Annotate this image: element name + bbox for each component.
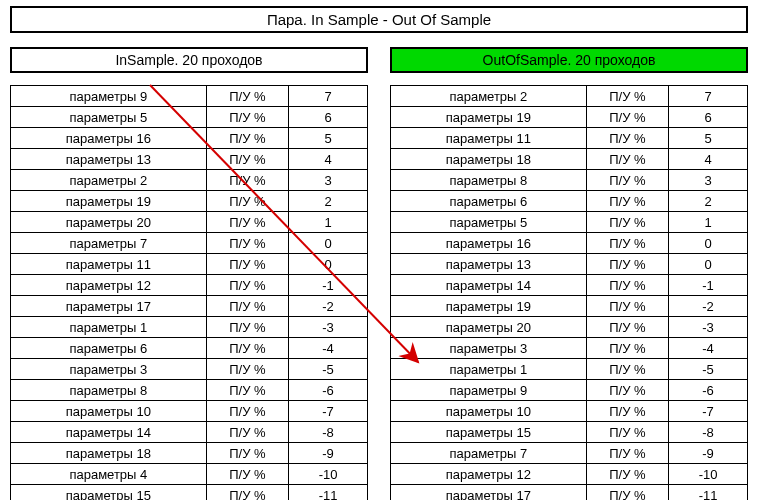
- metric-label: П/У %: [206, 107, 288, 128]
- metric-value: -7: [669, 401, 748, 422]
- in-sample-column: InSample. 20 проходов параметры 9П/У %7п…: [10, 47, 368, 500]
- table-row: параметры 5П/У %6: [11, 107, 368, 128]
- param-name: параметры 11: [11, 254, 207, 275]
- table-row: параметры 4П/У %-10: [11, 464, 368, 485]
- metric-value: 2: [669, 191, 748, 212]
- metric-value: 0: [669, 233, 748, 254]
- metric-value: 5: [289, 128, 368, 149]
- param-name: параметры 15: [391, 422, 587, 443]
- metric-value: 7: [669, 86, 748, 107]
- metric-value: -3: [289, 317, 368, 338]
- param-name: параметры 8: [11, 380, 207, 401]
- metric-value: -8: [289, 422, 368, 443]
- param-name: параметры 12: [11, 275, 207, 296]
- metric-label: П/У %: [206, 170, 288, 191]
- table-row: параметры 18П/У %-9: [11, 443, 368, 464]
- param-name: параметры 17: [391, 485, 587, 501]
- param-name: параметры 2: [391, 86, 587, 107]
- metric-value: 6: [289, 107, 368, 128]
- param-name: параметры 11: [391, 128, 587, 149]
- metric-value: -11: [669, 485, 748, 501]
- param-name: параметры 4: [11, 464, 207, 485]
- param-name: параметры 13: [391, 254, 587, 275]
- param-name: параметры 7: [391, 443, 587, 464]
- table-row: параметры 16П/У %5: [11, 128, 368, 149]
- param-name: параметры 12: [391, 464, 587, 485]
- metric-value: -11: [289, 485, 368, 501]
- metric-label: П/У %: [586, 128, 668, 149]
- param-name: параметры 20: [391, 317, 587, 338]
- table-row: параметры 13П/У %4: [11, 149, 368, 170]
- table-row: параметры 7П/У %-9: [391, 443, 748, 464]
- in-sample-table: параметры 9П/У %7параметры 5П/У %6параме…: [10, 85, 368, 500]
- table-row: параметры 12П/У %-1: [11, 275, 368, 296]
- table-row: параметры 15П/У %-8: [391, 422, 748, 443]
- table-row: параметры 20П/У %1: [11, 212, 368, 233]
- metric-label: П/У %: [206, 275, 288, 296]
- table-row: параметры 20П/У %-3: [391, 317, 748, 338]
- param-name: параметры 16: [391, 233, 587, 254]
- table-row: параметры 2П/У %3: [11, 170, 368, 191]
- table-row: параметры 13П/У %0: [391, 254, 748, 275]
- metric-label: П/У %: [206, 443, 288, 464]
- param-name: параметры 9: [391, 380, 587, 401]
- metric-label: П/У %: [206, 212, 288, 233]
- metric-label: П/У %: [586, 485, 668, 501]
- metric-label: П/У %: [206, 338, 288, 359]
- metric-label: П/У %: [586, 338, 668, 359]
- param-name: параметры 5: [391, 212, 587, 233]
- metric-label: П/У %: [586, 380, 668, 401]
- metric-value: -8: [669, 422, 748, 443]
- table-row: параметры 1П/У %-3: [11, 317, 368, 338]
- metric-label: П/У %: [206, 464, 288, 485]
- param-name: параметры 1: [391, 359, 587, 380]
- metric-value: -1: [669, 275, 748, 296]
- metric-label: П/У %: [586, 464, 668, 485]
- table-row: параметры 17П/У %-11: [391, 485, 748, 501]
- metric-label: П/У %: [586, 233, 668, 254]
- table-row: параметры 18П/У %4: [391, 149, 748, 170]
- table-row: параметры 11П/У %5: [391, 128, 748, 149]
- metric-value: 2: [289, 191, 368, 212]
- metric-value: -9: [669, 443, 748, 464]
- metric-label: П/У %: [206, 86, 288, 107]
- out-of-sample-header: OutOfSample. 20 проходов: [390, 47, 748, 73]
- param-name: параметры 2: [11, 170, 207, 191]
- page-title: Пара. In Sample - Out Of Sample: [10, 6, 748, 33]
- metric-label: П/У %: [206, 359, 288, 380]
- table-row: параметры 8П/У %-6: [11, 380, 368, 401]
- metric-label: П/У %: [586, 170, 668, 191]
- table-row: параметры 3П/У %-4: [391, 338, 748, 359]
- metric-value: -9: [289, 443, 368, 464]
- table-row: параметры 7П/У %0: [11, 233, 368, 254]
- in-sample-header: InSample. 20 проходов: [10, 47, 368, 73]
- param-name: параметры 15: [11, 485, 207, 501]
- metric-label: П/У %: [206, 149, 288, 170]
- metric-value: 1: [669, 212, 748, 233]
- metric-value: -4: [289, 338, 368, 359]
- metric-value: 1: [289, 212, 368, 233]
- metric-label: П/У %: [206, 128, 288, 149]
- metric-value: 0: [289, 233, 368, 254]
- table-row: параметры 1П/У %-5: [391, 359, 748, 380]
- table-row: параметры 19П/У %2: [11, 191, 368, 212]
- param-name: параметры 14: [11, 422, 207, 443]
- metric-value: -5: [289, 359, 368, 380]
- metric-label: П/У %: [586, 254, 668, 275]
- param-name: параметры 10: [11, 401, 207, 422]
- metric-value: 7: [289, 86, 368, 107]
- metric-value: -2: [669, 296, 748, 317]
- table-row: параметры 19П/У %-2: [391, 296, 748, 317]
- param-name: параметры 13: [11, 149, 207, 170]
- table-row: параметры 11П/У %0: [11, 254, 368, 275]
- metric-value: 0: [289, 254, 368, 275]
- table-row: параметры 6П/У %-4: [11, 338, 368, 359]
- metric-label: П/У %: [586, 86, 668, 107]
- param-name: параметры 5: [11, 107, 207, 128]
- metric-value: -6: [289, 380, 368, 401]
- metric-value: -3: [669, 317, 748, 338]
- param-name: параметры 3: [11, 359, 207, 380]
- metric-value: 0: [669, 254, 748, 275]
- metric-value: 5: [669, 128, 748, 149]
- table-row: параметры 10П/У %-7: [391, 401, 748, 422]
